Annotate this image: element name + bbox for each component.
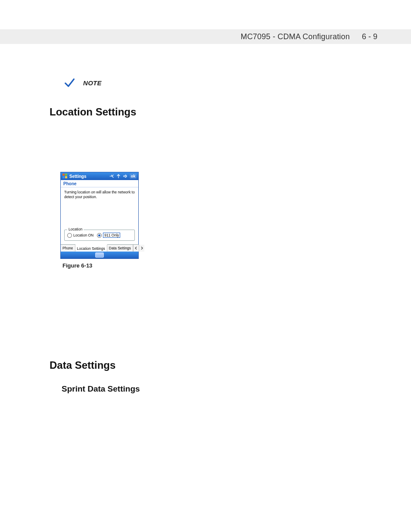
radio-location-on[interactable]: Location ON — [67, 233, 93, 238]
svg-rect-1 — [65, 174, 67, 176]
device-description: Turning location on will allow the netwo… — [64, 190, 135, 199]
page-content: NOTE Location Settings Settings — [50, 52, 377, 394]
note-block: NOTE — [63, 77, 377, 89]
svg-rect-0 — [62, 174, 65, 176]
tab-location-settings[interactable]: Location Settings — [75, 244, 107, 252]
radio-dot-icon — [97, 233, 102, 238]
ok-button[interactable]: ok — [130, 174, 137, 179]
device-title: Settings — [69, 174, 109, 179]
radio-group: Location ON 911 Only — [67, 233, 132, 238]
device-tabs: Phone Location Settings Data Settings — [61, 244, 138, 252]
heading-data-settings: Data Settings — [50, 359, 377, 371]
signal-icon — [116, 174, 121, 179]
device-screenshot: Settings ok Phone Turning location on w — [60, 172, 139, 259]
speaker-icon — [123, 174, 128, 179]
checkmark-icon — [63, 77, 75, 89]
header-page-number: 6 - 9 — [362, 32, 377, 41]
device-subtitle: Phone — [61, 180, 138, 187]
windows-flag-icon — [62, 174, 68, 179]
tab-data-settings[interactable]: Data Settings — [107, 245, 133, 252]
tab-scroll-left[interactable] — [133, 245, 139, 252]
figure-caption: Figure 6-13 — [62, 262, 377, 269]
radio-dot-icon — [67, 233, 72, 238]
svg-rect-3 — [65, 176, 67, 178]
device-footer — [61, 252, 138, 258]
radio-label: Location ON — [73, 233, 93, 237]
page-header: MC7095 - CDMA Configuration 6 - 9 — [0, 29, 411, 44]
heading-location-settings: Location Settings — [50, 106, 377, 118]
device-body: Turning location on will allow the netwo… — [61, 187, 138, 244]
location-fieldset: Location Location ON 911 Only — [64, 230, 135, 241]
svg-rect-2 — [62, 176, 65, 178]
tab-scroll-right[interactable] — [139, 245, 144, 252]
fieldset-legend: Location — [67, 227, 84, 231]
document-page: MC7095 - CDMA Configuration 6 - 9 NOTE L… — [0, 0, 411, 532]
header-title: MC7095 - CDMA Configuration — [240, 32, 350, 41]
lower-sections: Data Settings Sprint Data Settings — [50, 359, 377, 394]
heading-sprint-data-settings: Sprint Data Settings — [62, 384, 377, 394]
device-status-icons: ok — [109, 174, 137, 179]
note-label: NOTE — [83, 79, 102, 87]
radio-911-only[interactable]: 911 Only — [97, 233, 120, 238]
keyboard-icon[interactable] — [95, 252, 104, 258]
tab-phone[interactable]: Phone — [61, 245, 75, 252]
radio-label: 911 Only — [103, 233, 120, 238]
device-titlebar: Settings ok — [61, 172, 138, 180]
connectivity-icon — [109, 174, 114, 179]
